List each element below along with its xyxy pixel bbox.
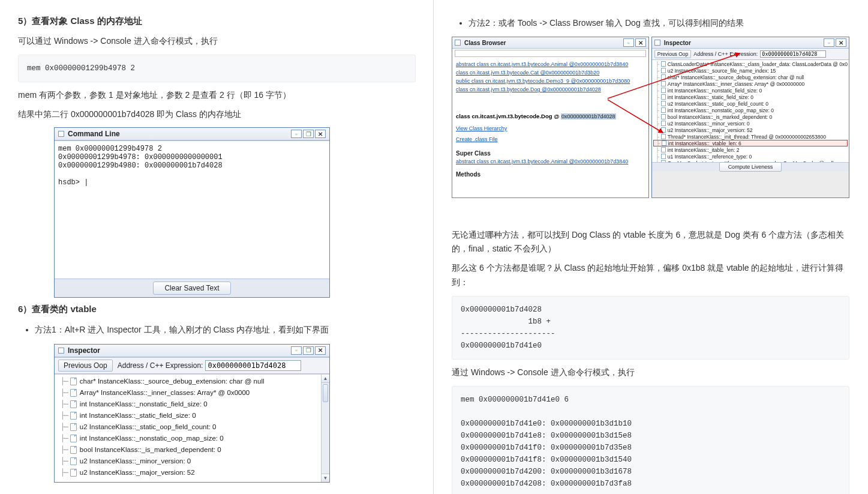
window-titlebar: Inspector ▫ ❐ ✕	[55, 345, 329, 357]
left-column: 5）查看对象 Class 的内存地址 可以通过 Windows -> Conso…	[0, 0, 434, 494]
tree-row-text: u2 InstanceKlass::_major_version: 52	[80, 469, 195, 476]
file-icon	[70, 446, 77, 454]
svg-line-1	[608, 100, 663, 133]
tree-row[interactable]: ├─u2 InstanceKlass::_major_version: 52	[57, 467, 328, 478]
paragraph: 可以通过 Windows -> Console 进入命令行模式，执行	[18, 34, 416, 49]
file-icon	[70, 469, 77, 477]
list-item: 方法1：Alt+R 进入 Inspector 工具，输入刚才的 Class 内存…	[35, 322, 416, 337]
code-block: mem 0x000000001b7d41e0 6 0x000000001b7d4…	[452, 386, 849, 494]
svg-line-0	[608, 53, 740, 98]
scroll-down-icon[interactable]: ▼	[322, 474, 329, 482]
maximize-icon[interactable]: ❐	[303, 346, 314, 355]
file-icon	[70, 378, 77, 385]
file-icon	[70, 423, 77, 431]
tree-row-text: int InstanceKlass::_static_field_size: 0	[80, 412, 196, 419]
tree-row-text: Array* InstanceKlass::_inner_classes: Ar…	[80, 389, 250, 396]
heading-5: 5）查看对象 Class 的内存地址	[18, 16, 416, 27]
scroll-up-icon[interactable]: ▲	[322, 375, 329, 383]
tree-row[interactable]: ├─Array* InstanceKlass::_inner_classes: …	[57, 387, 328, 399]
file-icon	[70, 435, 77, 442]
close-icon[interactable]: ✕	[836, 38, 846, 47]
code-block: mem 0x00000001299b4978 2	[18, 55, 416, 82]
address-label: Address / C++ Expression:	[118, 361, 203, 370]
file-icon	[70, 457, 77, 465]
file-icon	[70, 412, 77, 420]
file-icon	[70, 400, 77, 408]
window-buttons: ▫ ❐ ✕	[291, 130, 326, 138]
scroll-thumb[interactable]	[323, 384, 328, 402]
close-icon[interactable]: ✕	[315, 346, 326, 355]
paragraph: 结果中第二行 0x000000001b7d4028 即为 Class 的内存地址	[18, 107, 416, 122]
paragraph: 无论通过哪种方法，都可以找到 Dog Class 的 vtable 长度为 6，…	[452, 228, 849, 257]
tree-row[interactable]: ├─char* InstanceKlass::_source_debug_ext…	[57, 376, 328, 387]
tree-row-text: u2 InstanceKlass::_minor_version: 0	[80, 457, 191, 465]
tree-row-text: int InstanceKlass::_nonstatic_field_size…	[80, 400, 208, 408]
tree-row[interactable]: ├─u2 InstanceKlass::_static_oop_field_co…	[57, 421, 328, 433]
clear-saved-text-button[interactable]: Clear Saved Text	[153, 282, 230, 295]
tree-row-text: u2 InstanceKlass::_static_oop_field_coun…	[80, 423, 217, 430]
screenshot-inspector: Inspector ▫ ❐ ✕ Previous Oop Address / C…	[54, 344, 416, 483]
heading-6: 6）查看类的 vtable	[18, 304, 416, 315]
paragraph: mem 有两个参数，参数 1 是对象地址，参数 2 是查看 2 行（即 16 字…	[18, 88, 416, 103]
tree-row[interactable]: ├─int InstanceKlass::_nonstatic_field_si…	[57, 399, 328, 410]
inspector-window: Inspector ▫ ❐ ✕ Previous Oop Address / C…	[54, 344, 330, 483]
tree-row-text: int InstanceKlass::_nonstatic_oop_map_si…	[80, 435, 224, 442]
address-input[interactable]	[205, 360, 301, 371]
command-line-window: Command Line ▫ ❐ ✕ mem 0x00000001299b497…	[54, 127, 330, 298]
window-icon	[58, 348, 64, 354]
maximize-icon[interactable]: ❐	[303, 130, 314, 138]
tree-row[interactable]: ├─int InstanceKlass::_static_field_size:…	[57, 410, 328, 421]
annotation-arrows	[452, 37, 836, 175]
tree-row-text: bool InstanceKlass::_is_marked_dependent…	[80, 446, 221, 453]
window-titlebar: Command Line ▫ ❐ ✕	[55, 128, 329, 140]
previous-oop-button[interactable]: Previous Oop	[58, 360, 113, 372]
tree-row[interactable]: ├─int InstanceKlass::_nonstatic_oop_map_…	[57, 433, 328, 444]
list-item: 方法2：或者 Tools -> Class Browser 输入 Dog 查找，…	[468, 16, 849, 31]
inspector-toolbar: Previous Oop Address / C++ Expression:	[55, 357, 329, 374]
window-icon	[58, 131, 64, 137]
tree-row[interactable]: ├─u2 InstanceKlass::_minor_version: 0	[57, 456, 328, 467]
close-icon[interactable]: ✕	[315, 130, 326, 138]
file-icon	[70, 389, 77, 397]
screenshot-command-line: Command Line ▫ ❐ ✕ mem 0x00000001299b497…	[54, 127, 416, 298]
bullet-list: 方法2：或者 Tools -> Class Browser 输入 Dog 查找，…	[452, 16, 849, 31]
paragraph: 那么这 6 个方法都是谁呢？从 Class 的起始地址开始算，偏移 0x1b8 …	[452, 261, 849, 290]
right-column: 方法2：或者 Tools -> Class Browser 输入 Dog 查找，…	[434, 0, 867, 494]
inspector-tree: ├─char* InstanceKlass::_source_debug_ext…	[55, 374, 329, 482]
window-title: Inspector	[68, 346, 100, 355]
console-output: mem 0x00000001299b4978 2 0x00000001299b4…	[55, 140, 329, 279]
window-title: Command Line	[68, 130, 120, 138]
window-buttons: ▫ ❐ ✕	[291, 346, 326, 355]
code-block: 0x000000001b7d4028 1b8 + ---------------…	[452, 296, 849, 360]
screenshot-class-browser-inspector: Class Browser ▫ ✕ abstract class cn.itca…	[452, 37, 849, 198]
minimize-icon[interactable]: ▫	[291, 130, 302, 138]
tree-row-text: char* InstanceKlass::_source_debug_exten…	[80, 378, 265, 385]
minimize-icon[interactable]: ▫	[291, 346, 302, 355]
paragraph: 通过 Windows -> Console 进入命令行模式，执行	[452, 366, 849, 380]
window-footer: Clear Saved Text	[55, 279, 329, 297]
bullet-list: 方法1：Alt+R 进入 Inspector 工具，输入刚才的 Class 内存…	[18, 322, 416, 337]
tree-row[interactable]: ├─bool InstanceKlass::_is_marked_depende…	[57, 444, 328, 456]
scrollbar[interactable]: ▲ ▼	[321, 375, 329, 482]
